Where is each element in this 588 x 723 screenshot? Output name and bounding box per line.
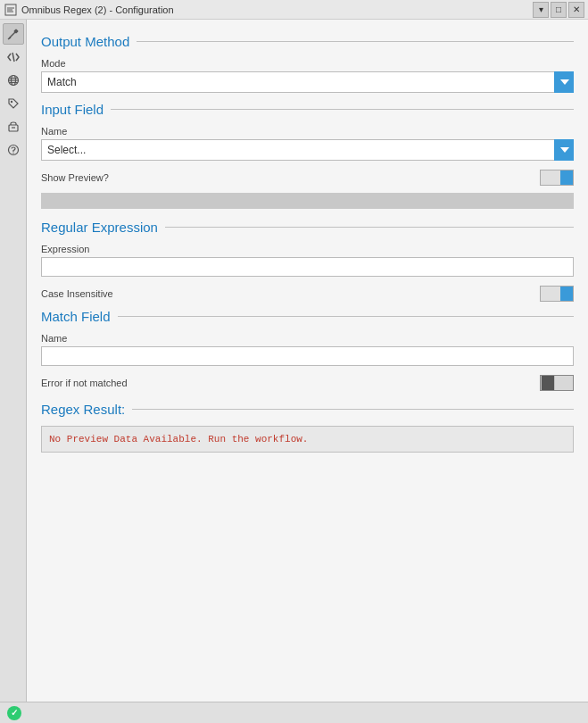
match-name-field-group: Name xyxy=(41,333,574,366)
case-toggle-off-side xyxy=(541,287,560,301)
input-field-title: Input Field xyxy=(41,102,104,117)
toggle-off-side xyxy=(541,170,560,185)
expression-label: Expression xyxy=(41,244,574,254)
sidebar-item-package[interactable] xyxy=(3,116,24,137)
sidebar-item-globe[interactable] xyxy=(3,70,24,91)
output-method-header: Output Method xyxy=(41,34,574,49)
toggle-spacer xyxy=(555,376,573,390)
sidebar xyxy=(0,20,27,702)
show-preview-row: Show Preview? xyxy=(41,170,574,186)
mode-select-wrapper: Match Extract Replace xyxy=(41,71,574,93)
mode-field-group: Mode Match Extract Replace xyxy=(41,58,574,93)
match-field-line xyxy=(118,316,574,317)
result-preview-text: No Preview Data Available. Run the workf… xyxy=(49,434,308,445)
input-field-header: Input Field xyxy=(41,102,574,117)
case-insensitive-toggle[interactable] xyxy=(540,286,574,302)
output-method-line xyxy=(137,41,574,42)
regex-result-header: Regex Result: xyxy=(41,402,574,417)
input-field-line xyxy=(111,109,574,110)
output-method-title: Output Method xyxy=(41,34,129,49)
status-bar: ✓ xyxy=(0,702,588,723)
pin-button[interactable]: ▾ xyxy=(533,2,549,18)
title-bar: Omnibus Regex (2) - Configuration ▾ □ ✕ xyxy=(0,0,588,20)
regex-title: Regular Expression xyxy=(41,220,158,235)
match-name-input[interactable] xyxy=(41,346,574,366)
mode-select[interactable]: Match Extract Replace xyxy=(41,71,574,93)
main-layout: Output Method Mode Match Extract Replace… xyxy=(0,20,588,702)
svg-point-17 xyxy=(12,153,13,154)
match-name-label: Name xyxy=(41,333,574,344)
status-check-icon: ✓ xyxy=(11,708,18,718)
case-insensitive-row: Case Insensitive xyxy=(41,286,574,302)
sidebar-item-tag[interactable] xyxy=(3,93,24,114)
show-preview-label: Show Preview? xyxy=(41,172,109,183)
sidebar-item-help[interactable] xyxy=(3,139,24,161)
title-bar-buttons: ▾ □ ✕ xyxy=(533,2,584,18)
toggle-knob xyxy=(542,376,554,390)
regex-result-line xyxy=(132,409,574,410)
float-button[interactable]: □ xyxy=(551,2,567,18)
match-field-header: Match Field xyxy=(41,309,574,324)
window-title: Omnibus Regex (2) - Configuration xyxy=(21,4,174,15)
svg-line-7 xyxy=(12,53,14,62)
show-preview-toggle[interactable] xyxy=(540,170,574,186)
regex-line xyxy=(165,227,574,228)
content-area: Output Method Mode Match Extract Replace… xyxy=(27,20,588,702)
sidebar-item-tool[interactable] xyxy=(3,23,24,45)
expression-field-group: Expression xyxy=(41,244,574,277)
match-field-title: Match Field xyxy=(41,309,111,324)
sidebar-item-code[interactable] xyxy=(3,46,24,68)
title-bar-left: Omnibus Regex (2) - Configuration xyxy=(4,3,174,17)
case-toggle-on-side xyxy=(560,287,573,301)
input-name-label: Name xyxy=(41,126,574,137)
svg-point-13 xyxy=(10,101,12,103)
name-field-group: Name Select... xyxy=(41,126,574,161)
regex-result-section: Regex Result: No Preview Data Available.… xyxy=(41,402,574,453)
app-icon xyxy=(4,3,18,17)
preview-bar xyxy=(41,193,574,209)
error-not-matched-toggle[interactable] xyxy=(540,375,574,391)
mode-label: Mode xyxy=(41,58,574,69)
regex-header: Regular Expression xyxy=(41,220,574,235)
error-if-not-matched-row: Error if not matched xyxy=(41,375,574,391)
input-name-select-wrapper: Select... xyxy=(41,139,574,161)
status-icon: ✓ xyxy=(7,706,21,720)
expression-input[interactable] xyxy=(41,257,574,277)
result-preview-area: No Preview Data Available. Run the workf… xyxy=(41,426,574,453)
input-name-select[interactable]: Select... xyxy=(41,139,574,161)
toggle-on-side xyxy=(560,170,573,185)
close-button[interactable]: ✕ xyxy=(568,2,584,18)
svg-line-6 xyxy=(8,37,11,39)
error-not-matched-label: Error if not matched xyxy=(41,378,128,388)
case-insensitive-label: Case Insensitive xyxy=(41,288,113,299)
regex-result-title: Regex Result: xyxy=(41,402,125,417)
